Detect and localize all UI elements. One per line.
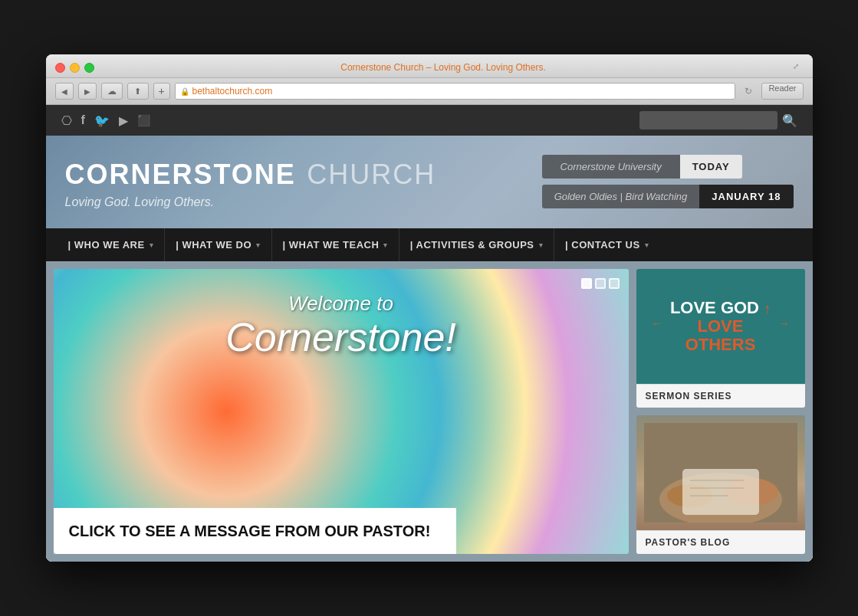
nav-activities-groups-label: | ACTIVITIES & GROUPS: [410, 239, 534, 251]
title-end: .: [543, 62, 545, 73]
love-god-text: LOVE GOD ↑: [652, 299, 790, 317]
title-text: Cornerstone Church – Loving God. Loving: [340, 62, 515, 73]
add-tab-button[interactable]: +: [153, 83, 170, 100]
hero-buttons: Cornerstone University TODAY Golden Oldi…: [542, 155, 794, 208]
maximize-button[interactable]: [84, 63, 94, 73]
nav-activities-groups[interactable]: | ACTIVITIES & GROUPS ▾: [399, 228, 554, 261]
golden-oldies-row: Golden Oldies | Bird Watching JANUARY 18: [542, 185, 794, 208]
browser-window: Cornerstone Church – Loving God. Loving …: [46, 54, 813, 562]
main-nav: | WHO WE ARE ▾ | WHAT WE DO ▾ | WHAT WE …: [46, 228, 813, 261]
slide-dot-2[interactable]: [595, 278, 606, 289]
address-bar[interactable]: 🔒 bethaltochurch.com: [175, 83, 736, 100]
youtube-icon[interactable]: ▶: [119, 113, 128, 128]
today-button[interactable]: TODAY: [680, 155, 742, 179]
sermon-series-image: LOVE GOD ↑ ← LOVE OTHERS →: [636, 269, 805, 384]
svg-rect-4: [682, 469, 759, 515]
pastors-blog-label: PASTOR'S BLOG: [636, 530, 805, 554]
address-text: bethaltochurch.com: [192, 86, 273, 97]
nav-what-we-teach-label: | WHAT WE TEACH: [283, 239, 380, 251]
what-we-teach-arrow: ▾: [383, 241, 388, 249]
slide-cta-text: CLICK TO SEE A MESSAGE FROM OUR PASTOR!: [69, 522, 441, 540]
cornerstone-university-row: Cornerstone University TODAY: [542, 155, 794, 179]
slide-dots: [581, 278, 620, 289]
nav-who-we-are-label: | WHO WE ARE: [68, 239, 145, 251]
top-bar: ⎔ f 🐦 ▶ ⬛ 🔍: [46, 105, 813, 136]
nav-contact-us[interactable]: | CONTACT US ▾: [554, 228, 659, 261]
nav-what-we-do-label: | WHAT WE DO: [176, 239, 251, 251]
cornerstone-big-text: Cornerstone!: [69, 316, 613, 359]
reader-button[interactable]: Reader: [761, 83, 803, 100]
browser-toolbar: ◀ ▶ ☁ ⬆ + 🔒 bethaltochurch.com ↻ Reader: [46, 78, 813, 105]
arrows-lr: ← LOVE OTHERS →: [652, 317, 790, 354]
close-button[interactable]: [55, 63, 65, 73]
back-button[interactable]: ◀: [55, 83, 74, 100]
hero-section: CORNERSTONE CHURCH Loving God. Loving Ot…: [46, 136, 813, 228]
slide-overlay: Welcome to Cornerstone!: [54, 269, 629, 375]
flickr-icon[interactable]: ⬛: [137, 114, 150, 126]
sermon-series-label: SERMON SERIES: [636, 384, 805, 408]
refresh-button[interactable]: ↻: [740, 83, 757, 100]
pastors-blog-card[interactable]: PASTOR'S BLOG: [636, 415, 805, 554]
browser-titlebar: Cornerstone Church – Loving God. Loving …: [46, 54, 813, 78]
hands-svg: [644, 423, 797, 523]
forward-button[interactable]: ▶: [78, 83, 97, 100]
twitter-icon[interactable]: 🐦: [94, 113, 110, 128]
facebook-icon[interactable]: f: [81, 113, 85, 127]
minimize-button[interactable]: [70, 63, 80, 73]
golden-oldies-label: Golden Oldies | Bird Watching: [542, 185, 700, 208]
slide-dot-3[interactable]: [609, 278, 620, 289]
address-icon: 🔒: [180, 87, 189, 96]
content-area: Welcome to Cornerstone! CLICK TO SEE A M…: [46, 261, 813, 562]
traffic-lights: [55, 63, 94, 73]
slide-dot-1[interactable]: [581, 278, 592, 289]
nav-what-we-do[interactable]: | WHAT WE DO ▾: [164, 228, 271, 261]
pastors-blog-image: [636, 415, 805, 530]
church-name-cornerstone: CORNERSTONE: [65, 159, 296, 190]
what-we-do-arrow: ▾: [256, 241, 261, 249]
share-button[interactable]: ⬆: [127, 83, 149, 100]
welcome-text: Welcome to: [69, 292, 613, 316]
who-we-are-arrow: ▾: [150, 241, 154, 249]
nav-contact-us-label: | CONTACT US: [565, 239, 640, 251]
cornerstone-university-label: Cornerstone University: [542, 155, 680, 179]
search-area: 🔍: [639, 111, 797, 129]
contact-us-arrow: ▾: [645, 241, 649, 249]
search-button[interactable]: 🔍: [782, 113, 797, 128]
nav-who-we-are[interactable]: | WHO WE ARE ▾: [58, 228, 165, 261]
church-name-church: CHURCH: [307, 159, 436, 190]
arrow-left-icon: ←: [652, 317, 662, 354]
sidebar: LOVE GOD ↑ ← LOVE OTHERS → SERMON SERIES: [636, 269, 805, 554]
browser-title: Cornerstone Church – Loving God. Loving …: [100, 62, 787, 73]
love-others-text: LOVE OTHERS: [662, 317, 779, 354]
blog-hands-image: [636, 415, 805, 530]
cloud-button[interactable]: ☁: [101, 83, 123, 100]
activities-groups-arrow: ▾: [539, 241, 544, 249]
search-input[interactable]: [639, 111, 777, 129]
slide-cta[interactable]: CLICK TO SEE A MESSAGE FROM OUR PASTOR!: [54, 508, 456, 554]
social-icons: ⎔ f 🐦 ▶ ⬛: [61, 113, 150, 128]
arrow-up-icon: ↑: [764, 301, 771, 316]
nav-what-we-teach[interactable]: | WHAT WE TEACH ▾: [271, 228, 399, 261]
january-button[interactable]: JANUARY 18: [699, 185, 793, 208]
sermon-series-card[interactable]: LOVE GOD ↑ ← LOVE OTHERS → SERMON SERIES: [636, 269, 805, 408]
rss-icon[interactable]: ⎔: [61, 113, 72, 128]
site-content: ⎔ f 🐦 ▶ ⬛ 🔍 CORNERSTONE CHURCH Loving Go…: [46, 105, 813, 562]
title-span: Others: [515, 62, 543, 73]
expand-icon[interactable]: ⤢: [793, 62, 804, 73]
slideshow[interactable]: Welcome to Cornerstone! CLICK TO SEE A M…: [54, 269, 629, 554]
arrow-right-icon: →: [779, 317, 790, 354]
